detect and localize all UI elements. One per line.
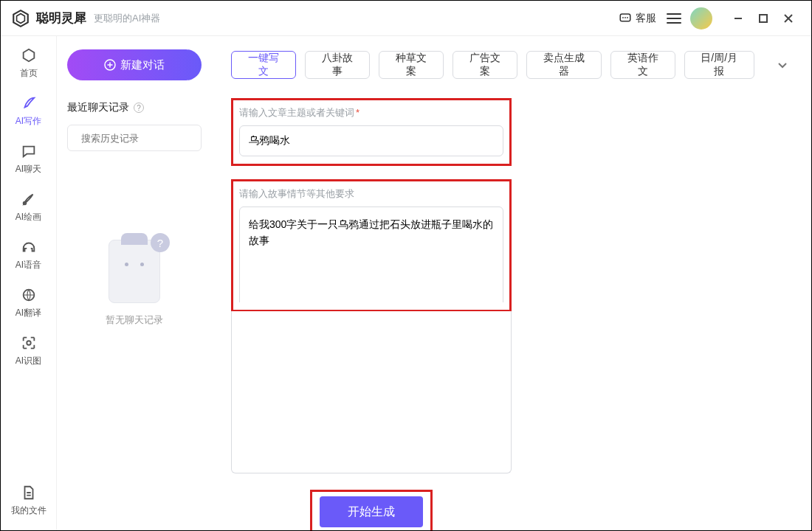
svg-marker-0 <box>13 10 28 27</box>
svg-marker-1 <box>17 13 25 23</box>
sidebar-item-label: AI翻译 <box>16 307 41 319</box>
sidebar-item-write[interactable]: AI写作 <box>16 94 41 128</box>
sidebar-item-label: AI绘画 <box>16 211 41 223</box>
sidebar-item-label: 首页 <box>20 67 38 80</box>
feather-icon <box>20 94 38 112</box>
sidebar-item-image[interactable]: AI识图 <box>16 334 41 367</box>
search-box[interactable] <box>67 125 202 151</box>
svg-rect-7 <box>760 15 767 22</box>
recent-chats-title: 最近聊天记录 <box>67 101 129 114</box>
tab-ad-copy[interactable]: 广告文案 <box>453 51 517 79</box>
topic-highlight: 请输入文章主题或者关键词* <box>231 98 512 166</box>
maximize-icon <box>759 14 768 23</box>
tab-gossip-story[interactable]: 八卦故事 <box>305 51 370 79</box>
window-minimize-button[interactable] <box>726 6 751 31</box>
window-maximize-button[interactable] <box>751 6 776 31</box>
new-chat-label: 新建对话 <box>120 58 165 72</box>
help-icon[interactable]: ? <box>134 103 144 113</box>
support-label: 客服 <box>636 12 656 25</box>
tab-english-essay[interactable]: 英语作文 <box>610 51 675 79</box>
detail-textarea-continued[interactable] <box>231 311 512 473</box>
detail-label: 请输入故事情节等其他要求 <box>239 188 354 199</box>
detail-textarea[interactable] <box>239 206 503 302</box>
close-icon <box>783 13 794 24</box>
topic-label: 请输入文章主题或者关键词 <box>239 107 354 118</box>
sidebar: 首页 AI写作 AI聊天 AI绘画 AI语音 AI翻译 AI识图 我 <box>1 36 57 530</box>
conversation-panel: 新建对话 最近聊天记录 ? ? 暂无聊天记录 <box>57 36 212 530</box>
brush-icon <box>20 190 38 208</box>
sidebar-item-draw[interactable]: AI绘画 <box>16 190 41 223</box>
sidebar-item-home[interactable]: 首页 <box>20 46 38 80</box>
window-close-button[interactable] <box>776 6 801 31</box>
avatar[interactable] <box>690 7 712 30</box>
app-title: 聪明灵犀 <box>36 10 86 27</box>
sidebar-item-chat[interactable]: AI聊天 <box>16 142 41 176</box>
main-area: 一键写文 八卦故事 种草文案 广告文案 卖点生成器 英语作文 日/周/月报 请输… <box>212 36 811 530</box>
menu-icon[interactable] <box>667 11 681 26</box>
sidebar-item-files[interactable]: 我的文件 <box>11 484 47 517</box>
detail-highlight: 请输入故事情节等其他要求 <box>231 179 512 312</box>
tab-seed-copy[interactable]: 种草文案 <box>379 51 444 79</box>
svg-point-4 <box>625 16 626 18</box>
template-tabs: 一键写文 八卦故事 种草文案 广告文案 卖点生成器 英语作文 日/周/月报 <box>231 51 792 79</box>
topic-input[interactable] <box>239 125 503 156</box>
new-chat-button[interactable]: 新建对话 <box>67 49 202 80</box>
file-icon <box>20 484 38 502</box>
app-logo-icon <box>11 9 30 28</box>
sidebar-item-voice[interactable]: AI语音 <box>16 238 41 271</box>
app-tagline: 更聪明的AI神器 <box>94 12 160 25</box>
question-badge-icon: ? <box>151 233 170 252</box>
sidebar-item-label: AI聊天 <box>16 163 41 176</box>
empty-state-text: 暂无聊天记录 <box>106 313 163 327</box>
generate-highlight: 开始生成 <box>310 490 433 530</box>
tab-selling-points[interactable]: 卖点生成器 <box>526 51 602 79</box>
sidebar-item-translate[interactable]: AI翻译 <box>16 286 41 319</box>
sidebar-item-label: AI写作 <box>16 115 41 128</box>
svg-marker-10 <box>23 49 34 62</box>
generate-button[interactable]: 开始生成 <box>320 496 423 527</box>
plus-circle-icon <box>104 59 116 71</box>
home-hex-icon <box>20 46 38 64</box>
empty-state: ? 暂无聊天记录 <box>67 240 202 327</box>
support-button[interactable]: 客服 <box>619 12 656 25</box>
svg-point-5 <box>627 16 628 18</box>
tab-one-click-write[interactable]: 一键写文 <box>231 51 296 79</box>
svg-point-3 <box>622 16 624 18</box>
tabs-expand-button[interactable] <box>772 55 792 75</box>
tab-report[interactable]: 日/周/月报 <box>684 51 755 79</box>
sidebar-item-label: 我的文件 <box>11 504 47 517</box>
sidebar-item-label: AI语音 <box>16 259 41 271</box>
translate-icon <box>20 286 38 304</box>
svg-point-13 <box>27 341 31 345</box>
chat-bubble-icon <box>20 142 38 160</box>
sidebar-item-label: AI识图 <box>16 355 41 367</box>
chat-icon <box>619 12 632 25</box>
search-input[interactable] <box>81 133 205 144</box>
headphones-icon <box>20 238 38 256</box>
image-scan-icon <box>20 334 38 352</box>
chevron-down-icon <box>777 59 788 71</box>
minimize-icon <box>733 13 743 24</box>
